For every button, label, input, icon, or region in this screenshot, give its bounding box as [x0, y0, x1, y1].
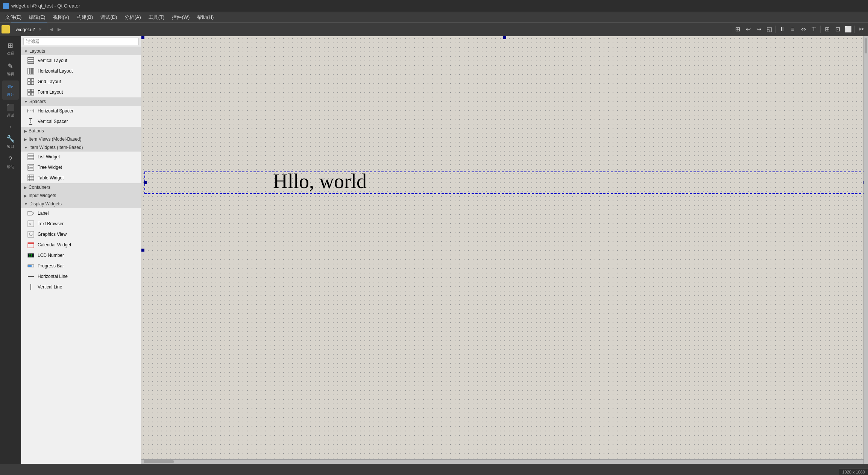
handle-tl[interactable]: [141, 36, 144, 39]
toolbar-btn-3[interactable]: ↪: [753, 24, 764, 35]
section-display-widgets[interactable]: ▼ Display Widgets: [21, 200, 141, 208]
horizontal-spacer-icon: [27, 107, 35, 115]
sidebar-welcome[interactable]: ⊞ 欢迎: [2, 39, 19, 58]
item-horizontal-spacer[interactable]: Horizontal Spacer: [21, 106, 141, 116]
section-spacers[interactable]: ▼ Spacers: [21, 97, 141, 106]
containers-arrow: ▶: [24, 185, 27, 190]
section-input-widgets[interactable]: ▶ Input Widgets: [21, 191, 141, 200]
item-table-widget[interactable]: Table Widget: [21, 173, 141, 183]
filter-input[interactable]: [23, 38, 139, 45]
toolbar-btn-9[interactable]: ⊞: [822, 24, 832, 35]
canvas-background: Hllo, world: [141, 36, 868, 464]
design-icon: ✏: [8, 83, 13, 91]
form-layout-label: Form Layout: [38, 90, 63, 95]
sidebar-project[interactable]: 🔧 项目: [2, 132, 19, 152]
tab-right-arrow[interactable]: ▶: [55, 27, 63, 32]
item-label[interactable]: Label: [21, 208, 141, 219]
section-containers[interactable]: ▶ Containers: [21, 183, 141, 191]
title-bar: widget.ui @ qt_test - Qt Creator: [0, 0, 868, 12]
section-item-views[interactable]: ▶ Item Views (Model-Based): [21, 135, 141, 143]
toolbar-btn-11[interactable]: ⬜: [843, 24, 853, 35]
spacers-label: Spacers: [29, 99, 46, 104]
canvas-area[interactable]: Hllo, world: [141, 36, 868, 464]
selection-handle-l[interactable]: [144, 181, 147, 184]
menu-analyze[interactable]: 分析(A): [121, 12, 144, 22]
item-calendar-widget[interactable]: 12 Calendar Widget: [21, 240, 141, 250]
text-browser-label: Text Browser: [38, 221, 64, 226]
title-text: widget.ui @ qt_test - Qt Creator: [11, 3, 80, 9]
section-item-widgets[interactable]: ▼ Item Widgets (Item-Based): [21, 143, 141, 152]
toolbar-btn-8[interactable]: ⊤: [809, 24, 819, 35]
item-widgets-arrow: ▼: [24, 146, 28, 150]
tab-left-arrow[interactable]: ◀: [47, 27, 55, 32]
item-vertical-layout[interactable]: Vertical Layout: [21, 55, 141, 66]
toolbar-btn-7[interactable]: ⇔: [798, 24, 809, 35]
svg-rect-6: [28, 79, 30, 81]
menu-tools[interactable]: 工具(T): [145, 12, 168, 22]
tab-widget-ui[interactable]: widget.ui* ✕: [11, 23, 47, 36]
menu-file[interactable]: 文件(E): [2, 12, 25, 22]
sidebar-edit[interactable]: ✎ 编辑: [2, 60, 19, 79]
grid-layout-label: Grid Layout: [38, 79, 61, 84]
sidebar-help[interactable]: ? 帮助: [2, 153, 19, 172]
horizontal-layout-icon: [27, 67, 35, 75]
item-form-layout[interactable]: Form Layout: [21, 87, 141, 97]
toolbar-btn-10[interactable]: ⊡: [832, 24, 843, 35]
menu-debug[interactable]: 调试(D): [97, 12, 121, 22]
item-tree-widget[interactable]: Tree Widget: [21, 162, 141, 173]
toolbar-sep-1: [731, 26, 731, 33]
app-icon: [3, 3, 9, 9]
spacers-arrow: ▼: [24, 100, 28, 104]
status-text: 1920 x 1080: [842, 470, 865, 474]
debug-icon: ⬛: [6, 103, 15, 112]
svg-rect-1: [28, 60, 34, 61]
horizontal-layout-label: Horizontal Layout: [38, 68, 73, 74]
toolbar: widget.ui* ✕ ◀ ▶ ⊞ ↩ ↪ ◱ ⏸ ≡ ⇔ ⊤ ⊞ ⊡ ⬜ ✂: [0, 23, 868, 36]
tree-widget-label: Tree Widget: [38, 165, 62, 170]
filter-bar: [21, 36, 141, 47]
menu-widgets[interactable]: 控件(W): [168, 12, 193, 22]
sidebar-expand-debug[interactable]: ›: [8, 122, 13, 131]
toolbar-btn-4[interactable]: ◱: [764, 24, 774, 35]
item-progress-bar[interactable]: Progress Bar: [21, 261, 141, 271]
welcome-icon: ⊞: [8, 41, 13, 50]
scrollbar-horizontal[interactable]: [141, 459, 863, 464]
handle-tm[interactable]: [503, 36, 506, 39]
tab-label: widget.ui*: [16, 27, 35, 32]
tab-close-btn[interactable]: ✕: [38, 27, 42, 32]
project-icon: 🔧: [6, 135, 15, 143]
item-lcd-number[interactable]: 42 LCD Number: [21, 250, 141, 261]
handle-ml[interactable]: [141, 249, 144, 252]
item-grid-layout[interactable]: Grid Layout: [21, 76, 141, 87]
svg-rect-2: [28, 62, 34, 64]
label-widget-text[interactable]: Hllo, world: [273, 170, 367, 193]
item-vertical-line[interactable]: Vertical Line: [21, 282, 141, 292]
sidebar-design[interactable]: ✏ 设计: [2, 80, 19, 100]
menu-help[interactable]: 帮助(H): [193, 12, 217, 22]
menu-build[interactable]: 构建(B): [73, 12, 97, 22]
toolbar-btn-2[interactable]: ↩: [743, 24, 753, 35]
toolbar-btn-1[interactable]: ⊞: [732, 24, 743, 35]
item-horizontal-layout[interactable]: Horizontal Layout: [21, 66, 141, 76]
svg-marker-36: [28, 211, 34, 215]
calendar-widget-label: Calendar Widget: [38, 242, 71, 247]
scrollbar-vertical[interactable]: [863, 36, 868, 464]
item-text-browser[interactable]: A Text Browser: [21, 219, 141, 229]
label-icon: [27, 209, 35, 217]
help-icon: ?: [8, 155, 12, 163]
horizontal-spacer-label: Horizontal Spacer: [38, 108, 73, 114]
section-layouts[interactable]: ▼ Layouts: [21, 47, 141, 55]
toolbar-btn-12[interactable]: ✂: [856, 24, 866, 35]
toolbar-sep-2: [775, 26, 776, 33]
toolbar-btn-6[interactable]: ≡: [788, 24, 798, 35]
menu-edit[interactable]: 编辑(E): [25, 12, 49, 22]
section-buttons[interactable]: ▶ Buttons: [21, 127, 141, 135]
menu-view[interactable]: 视图(V): [49, 12, 73, 22]
item-horizontal-line[interactable]: Horizontal Line: [21, 271, 141, 282]
item-vertical-spacer[interactable]: Vertical Spacer: [21, 116, 141, 127]
sidebar-debug[interactable]: ⬛ 调试: [2, 101, 19, 120]
item-list-widget[interactable]: List Widget: [21, 152, 141, 162]
containers-label: Containers: [29, 185, 50, 190]
toolbar-btn-5[interactable]: ⏸: [777, 24, 788, 35]
item-graphics-view[interactable]: Graphics View: [21, 229, 141, 240]
